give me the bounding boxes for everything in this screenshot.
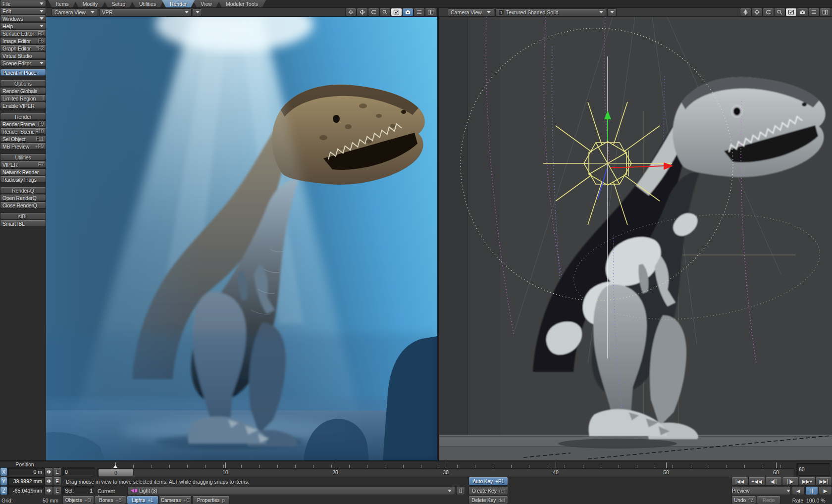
delete-key-button[interactable]: Delete Keydel xyxy=(469,496,508,504)
enable-viper-button[interactable]: Enable VIPER xyxy=(0,102,46,109)
tab-render[interactable]: Render xyxy=(162,0,195,7)
dropdown-arrow-icon xyxy=(40,25,44,27)
properties-button[interactable]: Propertiesp xyxy=(193,496,229,504)
go-first-frame-button[interactable]: |◀◀ xyxy=(732,477,748,485)
render-view-icon[interactable] xyxy=(797,8,808,16)
bones-mode-button[interactable]: Bones+B xyxy=(95,496,126,504)
center-item-icon[interactable] xyxy=(740,8,751,16)
lights-mode-button[interactable]: Lights+L xyxy=(127,496,158,504)
prev-keyframe-button[interactable]: +◀◀ xyxy=(749,477,765,485)
image-editor-button[interactable]: Image EditorF6 xyxy=(0,38,46,44)
y-position-field[interactable]: 39.9992 mm xyxy=(8,477,44,485)
menu-file[interactable]: File xyxy=(0,0,46,7)
create-key-button[interactable]: Create Keyret xyxy=(469,487,508,495)
fit-view-icon[interactable] xyxy=(391,8,402,16)
step-back-button[interactable]: ◀|| xyxy=(766,477,781,485)
right-mode-options-button[interactable] xyxy=(608,9,616,16)
auto-key-button[interactable]: Auto Key+F1 xyxy=(469,477,508,485)
menu-help[interactable]: Help xyxy=(0,23,46,29)
menu-edit[interactable]: Edit xyxy=(0,8,46,14)
selection-count-field[interactable]: Sel:1 xyxy=(63,487,95,495)
z-axis-badge[interactable]: Z xyxy=(0,487,7,495)
fit-view-icon[interactable] xyxy=(786,8,796,16)
frame-slider-handle[interactable]: 0 xyxy=(99,469,133,476)
objects-mode-button[interactable]: Objects+O xyxy=(63,496,94,504)
z-stepper[interactable] xyxy=(45,487,52,495)
close-renderq-button[interactable]: Close RenderQ xyxy=(0,202,46,208)
left-view-type-dropdown[interactable]: Camera View xyxy=(52,9,98,16)
viper-button[interactable]: VIPERF7 xyxy=(0,161,46,168)
tab-modify[interactable]: Modify xyxy=(75,0,106,7)
rotate-view-icon[interactable] xyxy=(763,8,774,16)
maximize-view-icon[interactable] xyxy=(820,8,831,16)
y-stepper[interactable] xyxy=(45,477,52,485)
graph-editor-button[interactable]: Graph Editor^F2 xyxy=(0,45,46,51)
play-forward-button[interactable]: ▶ xyxy=(819,487,832,495)
left-render-mode-dropdown[interactable]: VPR xyxy=(100,9,191,16)
undo-button[interactable]: Undo^Z xyxy=(732,496,756,504)
step-forward-button[interactable]: ||▶ xyxy=(782,477,798,485)
tab-utilities[interactable]: Utilities xyxy=(131,0,164,7)
tick-label: 40 xyxy=(553,469,559,475)
current-item-dropdown[interactable]: Light (3) xyxy=(128,487,455,495)
scene-editor-button[interactable]: Scene Editor xyxy=(0,60,46,66)
redo-button[interactable]: Redo xyxy=(757,496,780,504)
tab-modeler-tools[interactable]: Modeler Tools xyxy=(218,0,266,7)
left-viewport-canvas[interactable] xyxy=(46,17,437,460)
render-globals-button[interactable]: Render Globals xyxy=(0,88,46,94)
ruler-major-ticks xyxy=(115,462,794,468)
right-view-type-dropdown[interactable]: Camera View xyxy=(448,9,494,16)
play-reverse-button[interactable]: ◀ xyxy=(792,487,804,495)
zoom-view-icon[interactable] xyxy=(380,8,390,16)
render-scene-button[interactable]: Render SceneF10 xyxy=(0,128,46,135)
zoom-view-icon[interactable] xyxy=(775,8,785,16)
next-keyframe-button[interactable]: ▶▶+ xyxy=(799,477,815,485)
tab-items[interactable]: Items xyxy=(48,0,77,7)
pause-button[interactable]: || xyxy=(806,487,818,495)
maximize-view-icon[interactable] xyxy=(425,8,436,16)
timeline-ruler[interactable] xyxy=(98,462,794,468)
dropdown-arrow-icon xyxy=(185,11,189,13)
z-position-field[interactable]: -65.0419mm xyxy=(8,487,44,495)
parent-in-place-button[interactable]: Parent in Place xyxy=(0,69,46,76)
mb-preview-button[interactable]: MB Preview+F9 xyxy=(0,143,46,150)
open-renderq-button[interactable]: Open RenderQ xyxy=(0,195,46,201)
x-position-field[interactable]: 0 m xyxy=(8,468,44,476)
virtual-studio-button[interactable]: Virtual Studio xyxy=(0,52,46,59)
menu-windows[interactable]: Windows xyxy=(0,15,46,22)
limited-region-button[interactable]: Limited Regionl xyxy=(0,95,46,101)
network-render-button[interactable]: Network Render xyxy=(0,169,46,175)
go-last-frame-button[interactable]: ▶▶| xyxy=(816,477,832,485)
move-view-icon[interactable] xyxy=(357,8,367,16)
radiosity-flags-button[interactable]: Radiosity Flags xyxy=(0,176,46,183)
preview-dropdown[interactable]: Preview xyxy=(732,487,790,495)
view-menu-icon[interactable] xyxy=(809,8,819,16)
z-envelope-button[interactable]: E xyxy=(53,487,61,495)
render-frame-button[interactable]: Render FrameF9 xyxy=(0,121,46,127)
tick-label: 50 xyxy=(663,469,669,475)
frame-slider-track[interactable]: 0 10 20 30 40 50 60 xyxy=(98,468,794,477)
move-view-icon[interactable] xyxy=(752,8,762,16)
y-envelope-button[interactable]: E xyxy=(53,477,61,485)
render-view-icon[interactable] xyxy=(403,8,413,16)
surface-editor-button[interactable]: Surface EditorF5 xyxy=(0,30,46,37)
left-mode-options-button[interactable] xyxy=(193,9,202,16)
sel-object-button[interactable]: Sel ObjectF11 xyxy=(0,136,46,142)
view-menu-icon[interactable] xyxy=(414,8,424,16)
end-frame-field[interactable]: 60 xyxy=(797,463,830,475)
tick-label: 20 xyxy=(332,469,338,475)
y-axis-badge[interactable]: Y xyxy=(0,477,7,485)
tab-setup[interactable]: Setup xyxy=(104,0,133,7)
x-stepper[interactable] xyxy=(45,468,52,476)
tab-view[interactable]: View xyxy=(193,0,220,7)
start-frame-field[interactable]: 0 xyxy=(63,468,95,476)
right-viewport-canvas[interactable] xyxy=(439,17,832,460)
cameras-mode-button[interactable]: Cameras+C xyxy=(159,496,191,504)
item-list-button[interactable] xyxy=(457,487,465,495)
rotate-view-icon[interactable] xyxy=(368,8,379,16)
x-axis-badge[interactable]: X xyxy=(0,468,7,476)
x-envelope-button[interactable]: E xyxy=(53,468,61,476)
right-render-mode-dropdown[interactable]: TTextured Shaded Solid xyxy=(496,9,606,16)
smart-ibl-button[interactable]: Smart IBL xyxy=(0,220,46,227)
center-item-icon[interactable] xyxy=(346,8,356,16)
